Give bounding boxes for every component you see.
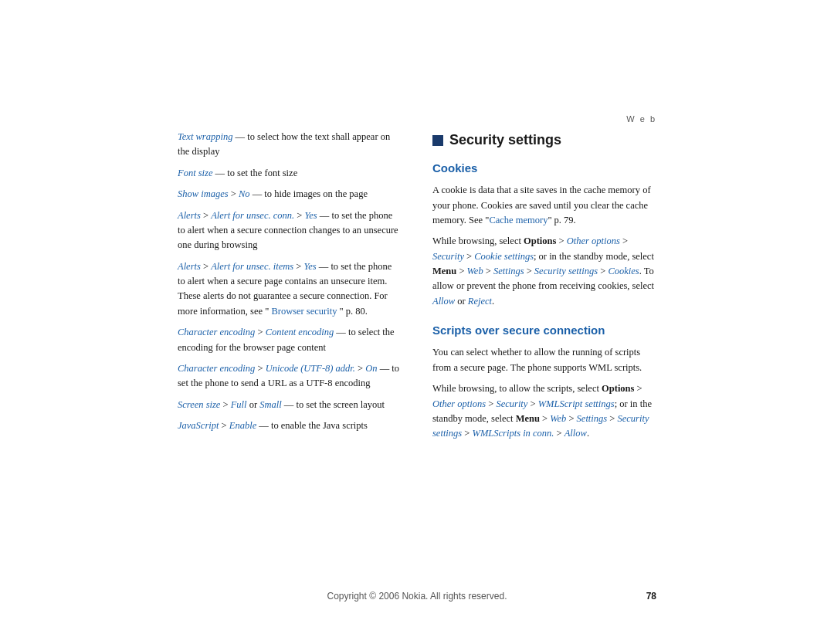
link-cookies: Cookies: [608, 266, 639, 276]
cookies-title: Cookies: [432, 159, 656, 177]
main-title: Security settings: [449, 130, 561, 151]
item-alerts-conn: Alerts > Alert for unsec. conn. > Yes — …: [178, 208, 402, 253]
cookies-section: Cookies A cookie is data that a site sav…: [432, 159, 656, 309]
section-label: W e b: [626, 114, 656, 124]
link-utf8-addr: Unicode (UTF-8) addr.: [266, 363, 355, 374]
copyright-text: Copyright © 2006 Nokia. All rights reser…: [327, 591, 507, 602]
section-icon: [432, 135, 443, 146]
scripts-title: Scripts over secure connection: [432, 321, 656, 339]
link-security-settings-1: Security settings: [534, 266, 598, 276]
link-wmlscript-settings: WMLScript settings: [538, 398, 615, 409]
link-allow-1: Allow: [432, 296, 455, 307]
link-security-2: Security: [496, 398, 527, 409]
link-alerts-2: Alerts: [178, 261, 201, 272]
link-reject: Reject: [468, 296, 492, 307]
main-section-title: Security settings: [432, 130, 656, 151]
link-browser-security: Browser security: [271, 306, 337, 317]
item-screen-size: Screen size > Full or Small — to set the…: [178, 398, 402, 412]
link-yes-1: Yes: [304, 210, 317, 221]
link-other-options-2: Other options: [432, 398, 486, 409]
cookies-para-1: A cookie is data that a site saves in th…: [432, 183, 656, 228]
page-header: W e b: [626, 114, 656, 124]
link-font-size: Font size: [178, 168, 212, 178]
link-screen-size: Screen size: [178, 399, 220, 410]
item-show-images: Show images > No — to hide images on the…: [178, 187, 402, 202]
link-security-1: Security: [432, 251, 464, 262]
scripts-para-1: You can select whether to allow the runn…: [432, 345, 656, 375]
page: W e b Text wrapping — to select how the …: [0, 0, 834, 644]
item-text-wrapping: Text wrapping — to select how the text s…: [178, 130, 402, 160]
link-text-wrapping: Text wrapping: [178, 131, 232, 142]
link-show-images: Show images: [178, 188, 229, 199]
item-javascript: JavaScript > Enable — to enable the Java…: [178, 419, 402, 433]
link-alert-unsec-items: Alert for unsec. items: [211, 261, 293, 272]
link-cookie-settings: Cookie settings: [474, 251, 534, 262]
link-char-encoding-1: Character encoding: [178, 327, 255, 337]
page-number: 78: [646, 591, 656, 602]
link-settings-1: Settings: [493, 266, 524, 276]
link-no: No: [239, 188, 250, 199]
link-small: Small: [259, 399, 281, 410]
link-char-encoding-2: Character encoding: [178, 363, 255, 374]
link-content-encoding: Content encoding: [266, 327, 334, 337]
link-javascript: JavaScript: [178, 420, 219, 431]
item-font-size: Font size — to set the font size: [178, 166, 402, 181]
link-on: On: [365, 363, 377, 374]
cookies-para-2: While browsing, select Options > Other o…: [432, 234, 656, 309]
link-alerts-1: Alerts: [178, 210, 201, 221]
item-char-encoding: Character encoding > Content encoding — …: [178, 325, 402, 355]
link-web-1: Web: [467, 266, 483, 276]
content-area: Text wrapping — to select how the text s…: [178, 130, 656, 567]
link-web-2: Web: [550, 413, 566, 424]
link-alert-unsec-conn: Alert for unsec. conn.: [211, 210, 294, 221]
link-cache-memory: Cache memory: [489, 215, 548, 225]
right-column: Security settings Cookies A cookie is da…: [432, 130, 656, 567]
scripts-section: Scripts over secure connection You can s…: [432, 321, 656, 442]
link-full: Full: [231, 399, 247, 410]
item-alerts-items: Alerts > Alert for unsec. items > Yes — …: [178, 259, 402, 320]
link-wmlscripts-conn: WMLScripts in conn.: [473, 428, 554, 439]
page-footer: Copyright © 2006 Nokia. All rights reser…: [0, 591, 834, 602]
link-settings-2: Settings: [577, 413, 608, 424]
link-yes-2: Yes: [303, 261, 316, 272]
link-enable: Enable: [229, 420, 256, 431]
link-allow-2: Allow: [564, 428, 587, 439]
scripts-para-2: While browsing, to allow the scripts, se…: [432, 381, 656, 442]
item-char-encoding-utf: Character encoding > Unicode (UTF-8) add…: [178, 361, 402, 391]
link-other-options-1: Other options: [567, 236, 620, 246]
left-column: Text wrapping — to select how the text s…: [178, 130, 402, 567]
